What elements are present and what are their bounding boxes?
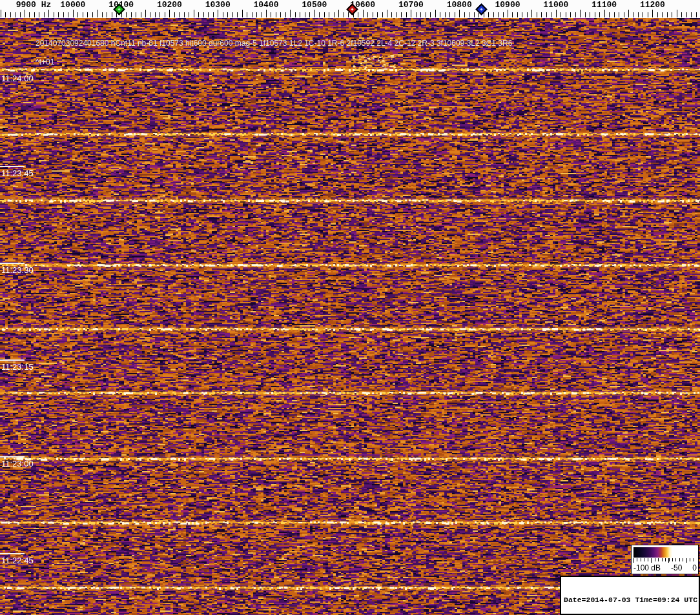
freq-tick-label: 10200	[157, 0, 182, 10]
time-label: 11:23:45	[1, 168, 34, 178]
freq-tick-label: 11100	[592, 0, 617, 10]
frequency-scale: 9900 Hz100001010010200103001040010500106…	[0, 0, 700, 18]
time-tick	[0, 456, 25, 458]
freq-tick-label: 9900 Hz	[16, 0, 52, 10]
time-tick	[0, 553, 25, 554]
waterfall-display[interactable]	[0, 18, 700, 615]
cursor-time-label: ^t+01	[36, 57, 54, 66]
time-label: 11:24:00	[1, 74, 34, 83]
colorbar-max-label: 0	[692, 563, 697, 572]
time-tick	[0, 166, 25, 167]
colorbar-min-label: -100 dB	[633, 563, 661, 572]
freq-tick-label: 10400	[253, 0, 278, 10]
observation-info-box: Date=2014-07-03 Time=09:24 UTC Freq=143 …	[560, 576, 700, 615]
color-scale-ticks	[633, 558, 696, 563]
color-scale-legend: -100 dB -50 0	[631, 545, 699, 574]
freq-tick-label: 10700	[398, 0, 424, 10]
time-label: 11:23:15	[1, 362, 34, 372]
freq-tick-label: 10500	[302, 0, 327, 10]
freq-tick-label: 10900	[495, 0, 520, 10]
time-label: 11:23:00	[1, 459, 34, 469]
freq-tick-label: 11200	[640, 0, 665, 10]
spectrogram-app: 9900 Hz100001010010200103001040010500106…	[0, 0, 700, 615]
detection-result-text: 20140703092401680 hCnt11 nb-81 f10573 hi…	[36, 39, 512, 48]
color-scale-gradient	[633, 547, 696, 558]
time-label: 11:23:30	[1, 265, 34, 275]
time-tick	[0, 263, 25, 264]
freq-tick-label: 11000	[543, 0, 568, 10]
colorbar-mid-label: -50	[671, 563, 682, 572]
freq-tick-label: 10000	[60, 0, 85, 10]
marker-blue-core	[480, 8, 482, 10]
time-tick	[0, 359, 25, 361]
marker-red-core	[351, 8, 354, 10]
freq-tick-label: 10300	[205, 0, 231, 10]
color-scale-labels: -100 dB -50 0	[633, 563, 697, 572]
info-date-time: Date=2014-07-03 Time=09:24 UTC	[564, 596, 699, 604]
marker-green-core	[118, 8, 120, 10]
time-label: 11:22:45	[1, 556, 34, 565]
freq-tick-label: 10800	[447, 0, 472, 10]
